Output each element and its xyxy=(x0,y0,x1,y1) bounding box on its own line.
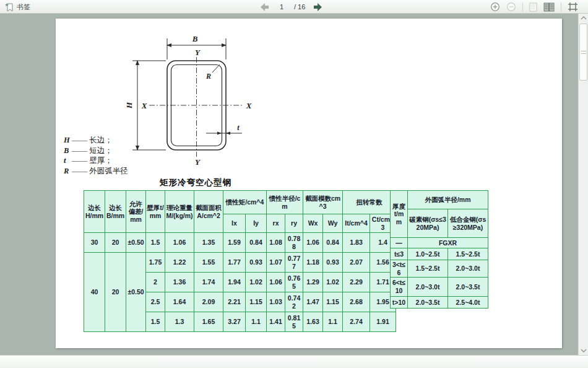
table-cell: 1.08 xyxy=(267,233,285,253)
scrollbar-grip xyxy=(581,51,586,54)
table-cell: 6<t≤10 xyxy=(391,278,408,297)
table-cell: 1.02 xyxy=(246,273,267,292)
axis-label-y-top: Y xyxy=(195,48,201,57)
table-cell: 40 xyxy=(84,253,105,332)
table-cell: 1.55 xyxy=(194,253,223,273)
axis-label-x-right: X xyxy=(246,101,252,110)
table-cell: ±0.50 xyxy=(126,253,146,332)
toolbar-separator xyxy=(561,2,561,12)
table-cell: 1.36 xyxy=(165,273,194,292)
zoom-in-icon[interactable] xyxy=(490,2,500,12)
section-properties-table: 边长H/mm 边长B/mm 允许偏差/mm 壁厚t/mm 理论重量M/(kg/m… xyxy=(84,190,396,332)
table-cell: 1.06 xyxy=(267,273,285,292)
table-cell: 1.64 xyxy=(165,292,194,312)
col-header-inertia: 惯性矩/cm^4 xyxy=(223,191,267,214)
table-cell: 1.1 xyxy=(323,312,343,332)
table-row: 3<t≤6 1.5~2.5t 2.0~3.0t xyxy=(391,260,488,278)
dim-label-t: t xyxy=(237,123,240,132)
col-header-tolerance: 允许偏差/mm xyxy=(126,191,146,233)
table-row: t≤3 1.0~2.5t 1.5~2.5t xyxy=(391,248,488,260)
table-cell: 3<t≤6 xyxy=(391,260,408,278)
bookmark-panel-label[interactable]: 书签 xyxy=(17,2,30,12)
page-total-label: / 16 xyxy=(294,3,305,11)
table-cell: 1.59 xyxy=(223,233,246,253)
table-cell: 1.77 xyxy=(223,253,246,273)
table-cell: 0.815 xyxy=(285,312,303,332)
next-page-icon[interactable] xyxy=(313,3,322,11)
table-cell: t>10 xyxy=(391,297,408,309)
col-header-ix: Ix xyxy=(223,214,246,233)
table-cell: 1.0~2.5t xyxy=(408,248,448,260)
toolbar-separator xyxy=(522,2,523,12)
facing-pages-view-icon[interactable] xyxy=(543,2,555,12)
table-cell: 1.18 xyxy=(303,253,323,273)
col-header-rx: rx xyxy=(267,214,285,233)
table-cell: 0.777 xyxy=(285,253,303,273)
legend-line: t—— 壁厚； xyxy=(64,156,128,166)
table-cell: 2.07 xyxy=(343,253,370,273)
dim-label-r: R xyxy=(205,72,211,81)
diagram-legend: H—— 长边； B—— 短边； t—— 壁厚； R—— 外圆弧半径 xyxy=(64,135,128,176)
table-cell: 1.15 xyxy=(246,292,267,312)
scroll-down-icon[interactable] xyxy=(579,346,588,355)
document-viewport: B Y Y X X H R xyxy=(0,14,578,355)
section-diagram: B Y Y X X H R xyxy=(115,28,256,172)
table-cell: FGXR xyxy=(408,238,488,248)
table-cell: 1.02 xyxy=(323,273,343,292)
col-header-modulus: 截面模数cm^3 xyxy=(303,191,343,214)
page-number-field[interactable]: 1 xyxy=(277,3,286,11)
fit-page-crop-icon[interactable] xyxy=(568,2,578,12)
table-cell: 0.765 xyxy=(285,273,303,292)
col-header-area: 截面面积A/cm^2 xyxy=(194,191,223,233)
pdf-viewer-window: 书签 1 / 16 xyxy=(0,0,588,368)
col-header-weight: 理论重量M/(kg/m) xyxy=(165,191,194,233)
col-header-outer-radius: 外圆弧半径/mm xyxy=(408,191,488,209)
previous-page-icon[interactable] xyxy=(260,3,269,11)
toolbar: 书签 1 / 16 xyxy=(0,0,588,14)
table-cell: 2.74 xyxy=(343,312,370,332)
table-cell: 2 xyxy=(146,273,165,292)
table-cell: 2.21 xyxy=(223,292,246,312)
table-cell: 2.09 xyxy=(194,292,223,312)
table-cell: 2.0~3.0t xyxy=(408,278,448,297)
table-cell: 1.83 xyxy=(343,233,370,253)
dim-label-h: H xyxy=(124,102,134,109)
table-title: 矩形冷弯空心型钢 xyxy=(160,177,231,188)
corner-radius-table: 厚度t/mm 外圆弧半径/mm 碳素钢(σs≤320MPa) 低合金钢(σs≥3… xyxy=(390,190,488,309)
table-cell: 1.91 xyxy=(370,312,396,332)
scrollbar-thumb[interactable] xyxy=(579,24,587,81)
col-header-wx: Wx xyxy=(303,214,323,233)
table-cell: 0.788 xyxy=(285,233,303,253)
col-header-iy: Iy xyxy=(246,214,267,233)
col-header-alloy-steel: 低合金钢(σs≥320MPa) xyxy=(448,209,488,238)
table-cell: 1.63 xyxy=(303,312,323,332)
table-cell: t≤3 xyxy=(391,248,408,260)
col-header-it: It/cm^4 xyxy=(343,214,370,233)
table-cell: 1.3 xyxy=(165,312,194,332)
table-cell: 1.41 xyxy=(267,312,285,332)
table-row: 6<t≤10 2.0~3.0t 2.0~3.5t xyxy=(391,278,488,297)
col-header-wy: Wy xyxy=(323,214,343,233)
table-cell: 0.742 xyxy=(285,292,303,312)
zoom-out-icon[interactable] xyxy=(506,2,516,12)
col-header-thickness: 壁厚t/mm xyxy=(146,191,165,233)
legend-line: H—— 长边； xyxy=(64,135,128,146)
bookmark-icon[interactable] xyxy=(5,2,14,12)
status-bar xyxy=(0,355,588,368)
vertical-scrollbar[interactable] xyxy=(578,14,588,355)
single-page-view-icon[interactable] xyxy=(529,2,537,12)
table-cell: 1.5~2.5t xyxy=(408,260,448,278)
table-cell: 2.0~3.5t xyxy=(448,278,488,297)
scroll-up-icon[interactable] xyxy=(579,14,588,22)
col-header-carbon-steel: 碳素钢(σs≤320MPa) xyxy=(408,209,448,238)
table-cell: 0.84 xyxy=(246,233,267,253)
table-cell: 2.0~3.5t xyxy=(408,297,448,309)
table-cell: 1.5~2.5t xyxy=(448,248,488,260)
legend-line: R—— 外圆弧半径 xyxy=(64,166,128,177)
col-header-torsion: 扭转常数 xyxy=(343,191,396,214)
table-cell: 1.5 xyxy=(146,312,165,332)
table-cell: 2.0~3.0t xyxy=(448,260,488,278)
table-cell: 1.65 xyxy=(194,312,223,332)
table-cell: 1.06 xyxy=(303,233,323,253)
table-cell: ±0.50 xyxy=(126,233,146,253)
